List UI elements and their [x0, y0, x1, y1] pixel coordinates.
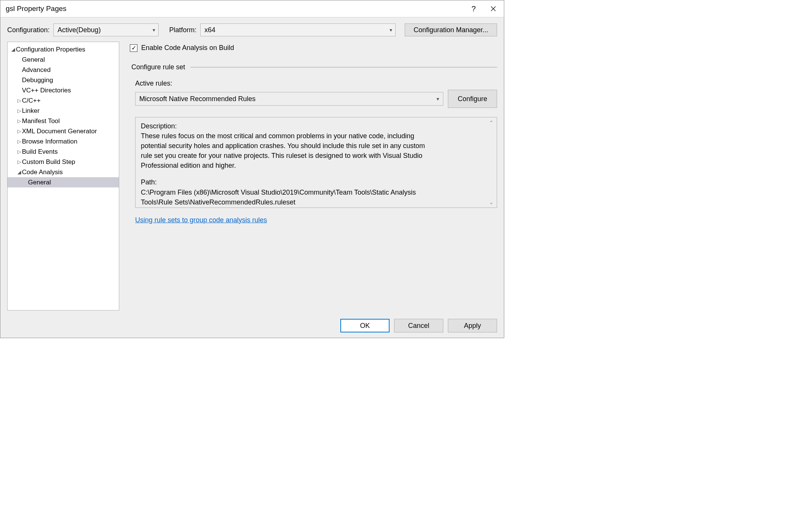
- property-page-content: ✓ Enable Code Analysis on Build Configur…: [128, 42, 497, 314]
- property-tree[interactable]: ◢ Configuration Properties General Advan…: [7, 42, 119, 310]
- tree-item-manifest-tool[interactable]: ▷Manifest Tool: [8, 116, 119, 126]
- titlebar: gsl Property Pages ?: [0, 0, 504, 17]
- tree-item-advanced[interactable]: Advanced: [8, 65, 119, 75]
- description-heading: Description:: [141, 121, 491, 131]
- chevron-down-icon: ▾: [390, 27, 392, 33]
- tree-item-general[interactable]: General: [8, 55, 119, 65]
- platform-value: x64: [204, 26, 215, 34]
- tree-item-linker[interactable]: ▷Linker: [8, 106, 119, 116]
- active-rules-value: Microsoft Native Recommended Rules: [139, 95, 256, 103]
- rule-sets-help-link[interactable]: Using rule sets to group code analysis r…: [128, 216, 497, 224]
- platform-label: Platform:: [169, 26, 196, 34]
- expand-icon: ▷: [17, 128, 22, 134]
- tree-item-code-analysis-general[interactable]: General: [8, 177, 119, 187]
- collapse-icon: ◢: [17, 169, 22, 175]
- help-button[interactable]: ?: [464, 0, 483, 17]
- enable-code-analysis-label: Enable Code Analysis on Build: [141, 44, 234, 52]
- chevron-down-icon: ▾: [153, 27, 155, 33]
- apply-button[interactable]: Apply: [448, 319, 497, 332]
- configuration-value: Active(Debug): [58, 26, 101, 34]
- active-rules-label: Active rules:: [135, 80, 497, 87]
- expand-icon: ▷: [17, 108, 22, 114]
- expand-icon: ▷: [17, 118, 22, 124]
- close-icon: [491, 5, 496, 13]
- group-configure-rule-set: Configure rule set: [128, 63, 497, 71]
- configuration-dropdown[interactable]: Active(Debug) ▾: [53, 23, 159, 36]
- tree-item-custom-build-step[interactable]: ▷Custom Build Step: [8, 157, 119, 167]
- configuration-label: Configuration:: [7, 26, 50, 34]
- enable-code-analysis-checkbox[interactable]: ✓: [130, 44, 137, 52]
- check-icon: ✓: [131, 45, 136, 51]
- close-button[interactable]: [483, 0, 503, 17]
- window-title: gsl Property Pages: [6, 5, 67, 13]
- config-toolbar: Configuration: Active(Debug) ▾ Platform:…: [7, 23, 497, 36]
- tree-item-xml-docgen[interactable]: ▷XML Document Generator: [8, 126, 119, 136]
- scroll-up-icon[interactable]: ⌃: [488, 119, 494, 126]
- divider: [190, 67, 497, 67]
- active-rules-dropdown[interactable]: Microsoft Native Recommended Rules ▾: [135, 92, 443, 106]
- rule-set-description-box: ⌃ ⌄ Description: These rules focus on th…: [135, 117, 497, 208]
- tree-item-build-events[interactable]: ▷Build Events: [8, 147, 119, 157]
- expand-icon: ▷: [17, 149, 22, 154]
- collapse-icon: ◢: [11, 47, 16, 52]
- tree-item-ccpp[interactable]: ▷C/C++: [8, 95, 119, 106]
- tree-item-debugging[interactable]: Debugging: [8, 75, 119, 85]
- configure-button[interactable]: Configure: [448, 90, 497, 108]
- tree-item-vcpp-directories[interactable]: VC++ Directories: [8, 85, 119, 95]
- description-body: These rules focus on the most critical a…: [141, 131, 429, 170]
- configuration-manager-button[interactable]: Configuration Manager...: [405, 23, 497, 36]
- ok-button[interactable]: OK: [340, 319, 390, 332]
- tree-item-browse-info[interactable]: ▷Browse Information: [8, 136, 119, 147]
- expand-icon: ▷: [17, 159, 22, 165]
- cancel-button[interactable]: Cancel: [394, 319, 443, 332]
- scroll-down-icon[interactable]: ⌄: [488, 198, 494, 206]
- path-heading: Path:: [141, 177, 491, 187]
- tree-item-code-analysis[interactable]: ◢Code Analysis: [8, 167, 119, 177]
- chevron-down-icon: ▾: [436, 96, 439, 102]
- path-body: C:\Program Files (x86)\Microsoft Visual …: [141, 187, 429, 207]
- dialog-footer: OK Cancel Apply: [7, 314, 497, 332]
- client-area: Configuration: Active(Debug) ▾ Platform:…: [0, 17, 504, 338]
- platform-dropdown[interactable]: x64 ▾: [200, 23, 396, 36]
- property-pages-dialog: gsl Property Pages ? Configuration: Acti…: [0, 0, 504, 338]
- expand-icon: ▷: [17, 139, 22, 144]
- tree-root-config-properties[interactable]: ◢ Configuration Properties: [8, 44, 119, 55]
- help-icon: ?: [471, 5, 475, 13]
- expand-icon: ▷: [17, 98, 22, 103]
